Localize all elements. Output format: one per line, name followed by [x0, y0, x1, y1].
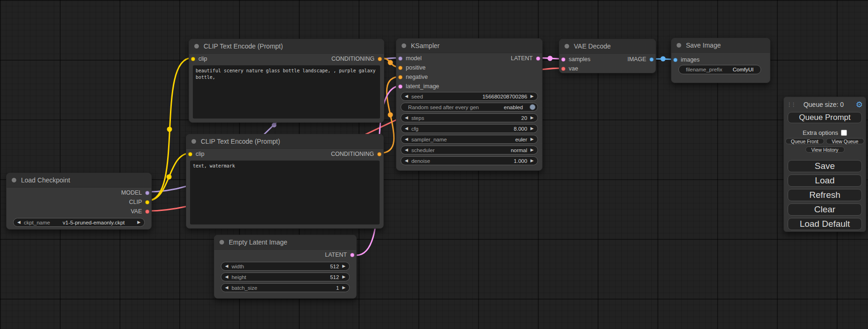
collapse-dot-icon[interactable]: [219, 239, 225, 245]
node-title-bar[interactable]: CLIP Text Encode (Prompt): [189, 39, 384, 54]
widget-label: cfg: [411, 126, 418, 132]
collapse-dot-icon[interactable]: [11, 177, 17, 183]
seed-widget[interactable]: ◀ seed 156680208700286 ▶: [401, 92, 538, 101]
node-clip-text-encode-positive[interactable]: CLIP Text Encode (Prompt) clip CONDITION…: [189, 39, 384, 123]
node-ksampler[interactable]: KSampler model LATENT positive negative …: [396, 38, 543, 171]
cfg-widget[interactable]: ◀ cfg 8.000 ▶: [401, 124, 538, 133]
widget-decrement-icon[interactable]: ◀: [225, 275, 228, 279]
latent-image-input-dot[interactable]: [398, 84, 402, 89]
widget-value: 8.000: [514, 126, 527, 132]
prompt-textarea[interactable]: text, watermark: [190, 161, 380, 224]
positive-input-dot[interactable]: [398, 66, 402, 70]
widget-label: seed: [411, 94, 423, 99]
conditioning-output-dot[interactable]: [377, 152, 381, 156]
link-midpoint-dot: [548, 56, 553, 61]
node-empty-latent-image[interactable]: Empty Latent Image LATENT ◀ width 512 ▶ …: [214, 235, 357, 299]
comfyui-canvas[interactable]: { "graph": { "load_checkpoint": { "title…: [0, 0, 868, 329]
save-button[interactable]: Save: [788, 160, 862, 172]
widget-label: width: [232, 264, 244, 269]
widget-increment-icon[interactable]: ▶: [530, 126, 534, 131]
widget-value: 1: [336, 285, 339, 291]
queue-size-label: Queue size: 0: [791, 101, 856, 108]
model-output-dot[interactable]: [145, 191, 149, 195]
queue-front-button[interactable]: Queue Front: [785, 138, 824, 144]
drag-handle-icon[interactable]: ⋮⋮: [787, 102, 791, 107]
collapse-dot-icon[interactable]: [676, 42, 682, 48]
widget-increment-icon[interactable]: ▶: [530, 159, 534, 163]
node-title-bar[interactable]: KSampler: [396, 39, 542, 53]
ckpt-name-widget[interactable]: ◀ ckpt_name v1-5-pruned-emaonly.ckpt ▶: [13, 218, 145, 227]
random-seed-widget[interactable]: Random seed after every gen enabled: [401, 103, 538, 112]
output-label: MODEL: [121, 189, 142, 196]
widget-increment-icon[interactable]: ▶: [530, 148, 534, 152]
conditioning-output-dot[interactable]: [378, 57, 382, 61]
widget-increment-icon[interactable]: ▶: [530, 94, 534, 98]
output-label: LATENT: [325, 252, 347, 258]
node-title-bar[interactable]: Empty Latent Image: [214, 235, 356, 250]
widget-increment-icon[interactable]: ▶: [342, 275, 346, 279]
node-save-image[interactable]: Save Image images filename_prefix ComfyU…: [671, 38, 770, 83]
collapse-dot-icon[interactable]: [191, 139, 197, 144]
node-vae-decode[interactable]: VAE Decode samples IMAGE vae: [559, 39, 656, 73]
view-history-button[interactable]: View History: [805, 147, 845, 153]
width-widget[interactable]: ◀ width 512 ▶: [221, 262, 350, 271]
queue-prompt-button[interactable]: Queue Prompt: [788, 112, 862, 123]
widget-decrement-icon[interactable]: ◀: [225, 286, 228, 290]
input-label: positive: [406, 64, 425, 71]
prompt-textarea[interactable]: beautiful scenery nature glass bottle la…: [193, 65, 380, 119]
widget-increment-icon[interactable]: ▶: [530, 137, 534, 141]
widget-increment-icon[interactable]: ▶: [137, 220, 141, 224]
node-clip-text-encode-negative[interactable]: CLIP Text Encode (Prompt) clip CONDITION…: [186, 134, 384, 229]
widget-decrement-icon[interactable]: ◀: [405, 94, 408, 98]
latent-output-dot[interactable]: [350, 253, 354, 257]
widget-decrement-icon[interactable]: ◀: [405, 126, 408, 131]
vae-output-dot[interactable]: [145, 210, 149, 214]
denoise-widget[interactable]: ◀ denoise 1.000 ▶: [401, 156, 538, 165]
refresh-button[interactable]: Refresh: [788, 189, 862, 201]
widget-decrement-icon[interactable]: ◀: [405, 148, 408, 152]
widget-decrement-icon[interactable]: ◀: [17, 220, 21, 224]
widget-decrement-icon[interactable]: ◀: [405, 116, 408, 120]
node-title-bar[interactable]: Load Checkpoint: [7, 173, 151, 188]
batch-size-widget[interactable]: ◀ batch_size 1 ▶: [221, 283, 350, 292]
collapse-dot-icon[interactable]: [564, 43, 570, 49]
widget-value: 156680208700286: [482, 94, 527, 99]
node-load-checkpoint[interactable]: Load Checkpoint MODEL CLIP VAE ◀ ckpt_na…: [6, 173, 152, 230]
widget-decrement-icon[interactable]: ◀: [405, 159, 408, 163]
load-button[interactable]: Load: [788, 175, 862, 187]
sampler-name-widget[interactable]: ◀ sampler_name euler ▶: [401, 135, 538, 144]
scheduler-widget[interactable]: ◀ scheduler normal ▶: [401, 146, 538, 154]
filename-prefix-widget[interactable]: filename_prefix ComfyUI: [678, 65, 761, 74]
queue-menu-panel[interactable]: ⋮⋮ Queue size: 0 ⚙ Queue Prompt Extra op…: [783, 97, 866, 232]
widget-increment-icon[interactable]: ▶: [530, 116, 534, 120]
toggle-icon[interactable]: [529, 104, 536, 110]
vae-input-dot[interactable]: [561, 67, 565, 71]
extra-options-row: Extra options: [784, 129, 866, 136]
height-widget[interactable]: ◀ height 512 ▶: [221, 273, 350, 281]
node-title-bar[interactable]: CLIP Text Encode (Prompt): [186, 134, 383, 149]
node-title-bar[interactable]: Save Image: [671, 38, 770, 53]
extra-options-checkbox[interactable]: [841, 130, 847, 136]
clip-output-dot[interactable]: [145, 200, 149, 204]
load-default-button[interactable]: Load Default: [788, 218, 862, 230]
negative-input-dot[interactable]: [398, 75, 402, 79]
images-input-dot[interactable]: [673, 58, 677, 62]
widget-increment-icon[interactable]: ▶: [342, 286, 346, 290]
gear-icon[interactable]: ⚙: [856, 101, 863, 109]
widget-label: height: [232, 274, 246, 280]
collapse-dot-icon[interactable]: [401, 43, 407, 49]
widget-label: steps: [411, 115, 424, 121]
node-title: CLIP Text Encode (Prompt): [201, 138, 280, 145]
collapse-dot-icon[interactable]: [194, 43, 199, 49]
output-label: CLIP: [129, 199, 142, 205]
output-row: CLIP: [7, 197, 151, 207]
widget-decrement-icon[interactable]: ◀: [405, 137, 408, 141]
widget-decrement-icon[interactable]: ◀: [225, 264, 228, 268]
latent-output-dot[interactable]: [536, 56, 540, 61]
steps-widget[interactable]: ◀ steps 20 ▶: [401, 113, 538, 122]
view-queue-button[interactable]: View Queue: [826, 138, 865, 144]
node-title-bar[interactable]: VAE Decode: [559, 39, 656, 54]
widget-increment-icon[interactable]: ▶: [342, 264, 346, 268]
clear-button[interactable]: Clear: [788, 203, 862, 216]
image-output-dot[interactable]: [649, 57, 654, 62]
